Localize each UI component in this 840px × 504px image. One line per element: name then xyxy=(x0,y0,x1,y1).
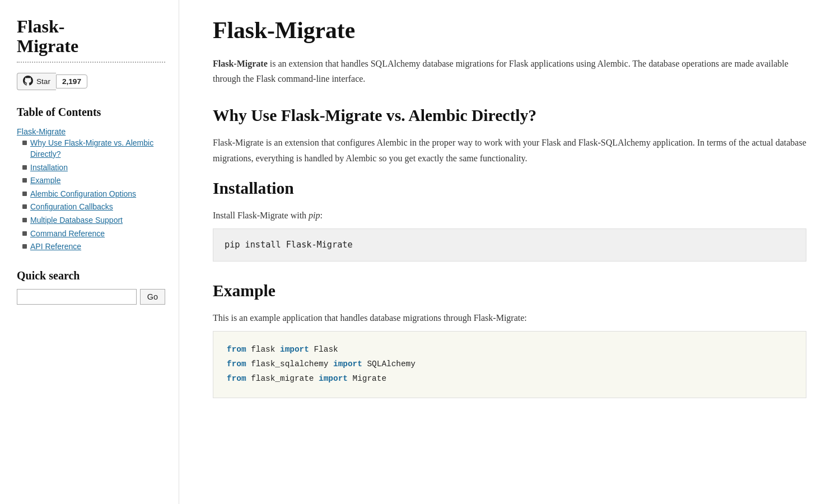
kw-import-3: import xyxy=(319,374,348,383)
toc-link-installation[interactable]: Installation xyxy=(30,162,68,174)
toc-subitem-multiple-db: Multiple Database Support xyxy=(22,215,165,226)
search-input[interactable] xyxy=(17,289,137,305)
github-star-bar: Star 2,197 xyxy=(17,73,165,90)
toc-bullet xyxy=(22,178,27,183)
sidebar: Flask-Migrate Star 2,197 Table of Conten… xyxy=(0,0,179,504)
kw-from-1: from xyxy=(227,345,246,354)
toc-bullet xyxy=(22,165,27,170)
sidebar-project-title: Flask-Migrate xyxy=(17,17,165,63)
kw-import-2: import xyxy=(333,360,362,368)
installation-suffix: : xyxy=(320,211,323,220)
name-1: Flask xyxy=(314,345,338,354)
toc-title: Table of Contents xyxy=(17,106,165,119)
kw-from-2: from xyxy=(227,360,246,368)
star-label: Star xyxy=(36,77,50,86)
toc-item-flask-migrate: Flask-Migrate Why Use Flask-Migrate vs. … xyxy=(17,127,165,252)
why-heading: Why Use Flask-Migrate vs. Alembic Direct… xyxy=(213,106,806,125)
example-heading: Example xyxy=(213,282,806,300)
page-title: Flask-Migrate xyxy=(213,17,806,44)
installation-code: pip install Flask-Migrate xyxy=(225,240,353,250)
toc-subitem-api-reference: API Reference xyxy=(22,241,165,253)
toc-bullet xyxy=(22,141,27,145)
code-line-3: from flask_migrate import Migrate xyxy=(227,372,792,386)
main-content: Flask-Migrate Flask-Migrate is an extens… xyxy=(179,0,840,504)
toc-link-config-callbacks[interactable]: Configuration Callbacks xyxy=(30,202,113,213)
code-line-1: from flask import Flask xyxy=(227,343,792,357)
toc-link-example[interactable]: Example xyxy=(30,175,60,186)
star-count: 2,197 xyxy=(56,74,87,88)
intro-paragraph: Flask-Migrate is an extension that handl… xyxy=(213,56,806,86)
github-star-button[interactable]: Star xyxy=(17,73,56,90)
installation-heading: Installation xyxy=(213,179,806,198)
intro-text: is an extension that handles SQLAlchemy … xyxy=(213,59,788,83)
toc-sublist: Why Use Flask-Migrate vs. Alembic Direct… xyxy=(22,138,165,252)
toc-bullet xyxy=(22,244,27,249)
toc-bullet xyxy=(22,192,27,196)
quick-search-title: Quick search xyxy=(17,269,165,282)
installation-code-block: pip install Flask-Migrate xyxy=(213,228,806,262)
github-icon xyxy=(23,76,33,87)
quick-search-form: Go xyxy=(17,289,165,305)
module-2: flask_sqlalchemy xyxy=(251,360,333,368)
module-3: flask_migrate xyxy=(251,374,319,383)
toc-subitem-command-reference: Command Reference xyxy=(22,228,165,240)
toc-link-alembic-config[interactable]: Alembic Configuration Options xyxy=(30,189,136,200)
name-2: SQLAlchemy xyxy=(367,360,415,368)
search-go-button[interactable]: Go xyxy=(140,289,165,305)
toc-subitem-alembic-config: Alembic Configuration Options xyxy=(22,189,165,200)
toc-bullet xyxy=(22,231,27,236)
module-1: flask xyxy=(251,345,280,354)
toc-subitem-config-callbacks: Configuration Callbacks xyxy=(22,202,165,213)
name-3: Migrate xyxy=(353,374,386,383)
example-paragraph: This is an example application that hand… xyxy=(213,310,806,325)
toc-link-command-reference[interactable]: Command Reference xyxy=(30,228,105,240)
toc-bullet xyxy=(22,218,27,222)
toc-subitem-why: Why Use Flask-Migrate vs. Alembic Direct… xyxy=(22,138,165,160)
toc-link-multiple-db[interactable]: Multiple Database Support xyxy=(30,215,123,226)
kw-import-1: import xyxy=(280,345,309,354)
toc-list: Flask-Migrate Why Use Flask-Migrate vs. … xyxy=(17,127,165,252)
example-code-block: from flask import Flask from flask_sqlal… xyxy=(213,331,806,398)
toc-link-flask-migrate[interactable]: Flask-Migrate xyxy=(17,127,66,136)
installation-pip: pip xyxy=(309,211,320,220)
why-paragraph: Flask-Migrate is an extension that confi… xyxy=(213,135,806,165)
kw-from-3: from xyxy=(227,374,246,383)
toc-link-api-reference[interactable]: API Reference xyxy=(30,241,81,253)
toc-bullet xyxy=(22,204,27,209)
toc-subitem-installation: Installation xyxy=(22,162,165,174)
toc-subitem-example: Example xyxy=(22,175,165,186)
intro-bold: Flask-Migrate xyxy=(213,59,268,68)
toc-link-why[interactable]: Why Use Flask-Migrate vs. Alembic Direct… xyxy=(30,138,165,160)
code-line-2: from flask_sqlalchemy import SQLAlchemy xyxy=(227,357,792,372)
installation-paragraph: Install Flask-Migrate with pip: xyxy=(213,208,806,223)
installation-prefix: Install Flask-Migrate with xyxy=(213,211,309,220)
